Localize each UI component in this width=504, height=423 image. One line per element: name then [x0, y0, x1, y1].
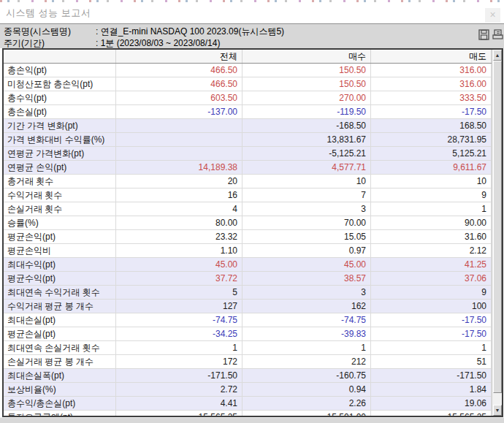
cell-value: 37.06 [371, 272, 492, 285]
cell-value: 168.50 [371, 119, 492, 132]
cell-value: 13,831.67 [243, 133, 371, 146]
table-row: 손실거래 평균 봉 개수17221251 [4, 355, 492, 369]
cell-value: 1 [243, 341, 371, 354]
report-window: 시스템 성능 보고서 × 종목명(시스템명): 연결_E-mini NASDAQ… [0, 0, 504, 423]
scroll-down-icon[interactable]: ▼ [493, 405, 502, 416]
cell-value: 603.50 [116, 91, 243, 104]
row-label: 미청산포함 총손익(pt) [4, 77, 116, 91]
cell-value: 2.26 [243, 397, 371, 410]
cell-value: -171.50 [116, 369, 243, 382]
cell-value: 10 [243, 175, 371, 188]
table-row: 총손익(pt)466.50150.50316.00 [4, 64, 492, 77]
row-label: 총수익/총손실(pt) [4, 397, 116, 410]
row-label: 투자요구금액(pt) [4, 411, 116, 416]
cell-value: 23.32 [116, 230, 243, 243]
cell-value: 90.00 [371, 216, 492, 229]
cell-value: 127 [116, 300, 243, 313]
table-row: 최대수익(pt)45.0045.0041.25 [4, 258, 492, 272]
cell-value: 1 [371, 202, 492, 216]
row-label: 기간 가격 변화(pt) [4, 119, 116, 132]
title-bar: 시스템 성능 보고서 × [0, 2, 504, 23]
report-info-panel: 종목명(시스템명): 연결_E-mini NASDAQ 100 2023.09(… [0, 23, 504, 48]
cell-value: 4 [116, 202, 243, 216]
table-row: 평균손익비1.100.972.12 [4, 244, 492, 258]
cell-value: 0.97 [243, 244, 371, 257]
table-row: 최대연속 수익거래 횟수539 [4, 286, 492, 300]
cell-value: 172 [116, 355, 243, 368]
save-icon[interactable] [478, 29, 489, 40]
cell-value: 15,565.25 [116, 411, 243, 416]
period-value: : 1분 (2023/08/03 ~ 2023/08/14) [96, 38, 220, 48]
cell-value: 4.41 [116, 397, 243, 410]
table-row: 최대연속 손실거래 횟수111 [4, 341, 492, 355]
cell-value: -17.50 [371, 327, 492, 340]
cell-value: -137.00 [116, 105, 243, 118]
table-row: 연평균 가격변화(pt)-5,125.215,125.21 [4, 147, 492, 161]
cell-value: -74.75 [243, 313, 371, 327]
cell-value: 1 [371, 341, 492, 354]
cell-value: 150.50 [243, 64, 371, 77]
row-label: 평균손익(pt) [4, 230, 116, 243]
cell-value: 270.00 [243, 91, 371, 104]
row-label: 평균손실(pt) [4, 327, 116, 340]
scroll-up-icon[interactable]: ▲ [493, 50, 502, 61]
close-icon[interactable]: × [485, 8, 500, 23]
row-label: 총거래 횟수 [4, 175, 116, 188]
cell-value: 7 [243, 188, 371, 202]
cell-value: 80.00 [116, 216, 243, 229]
cell-value: 28,731.95 [371, 133, 492, 146]
row-label: 손실거래 평균 봉 개수 [4, 355, 116, 368]
period-label: 주기(기간) [4, 37, 96, 49]
table-row: 투자요구금액(pt)15,565.2515,501.0015,565.25 [4, 411, 492, 416]
column-header: 매수 [243, 50, 371, 63]
table-row: 수익거래 평균 봉 개수127162100 [4, 300, 492, 313]
cell-value: -119.50 [243, 105, 371, 118]
cell-value: 14,189.38 [116, 161, 243, 174]
table-row: 최대손실폭(pt)-171.50-160.75-171.50 [4, 369, 492, 383]
window-bottom-edge [0, 417, 504, 423]
cell-value [116, 147, 243, 160]
row-label: 총손익(pt) [4, 64, 116, 77]
row-label: 최대손실(pt) [4, 313, 116, 327]
cell-value [116, 119, 243, 132]
row-label: 연평균 손익(pt) [4, 161, 116, 174]
cell-value: 5 [116, 286, 243, 299]
cell-value: 19.06 [371, 397, 492, 410]
header-row: 전체매수매도 [4, 50, 492, 64]
cell-value: -5,125.21 [243, 147, 371, 160]
vertical-scrollbar[interactable]: ▲ ▼ [492, 50, 502, 416]
row-label: 최대연속 손실거래 횟수 [4, 341, 116, 354]
cell-value: 15,501.00 [243, 411, 371, 416]
row-label: 최대연속 수익거래 횟수 [4, 286, 116, 299]
performance-table: 전체매수매도 총손익(pt)466.50150.50316.00미청산포함 총손… [2, 48, 503, 417]
cell-value: 100 [371, 300, 492, 313]
table-row: 수익거래 횟수1679 [4, 188, 492, 202]
grid-body: 전체매수매도 총손익(pt)466.50150.50316.00미청산포함 총손… [4, 50, 492, 416]
cell-value: 466.50 [116, 64, 243, 77]
cell-value: 10 [371, 175, 492, 188]
cell-value [116, 133, 243, 146]
cell-value: 1 [116, 341, 243, 354]
column-header [4, 50, 116, 63]
row-label: 수익거래 횟수 [4, 188, 116, 202]
cell-value: 162 [243, 300, 371, 313]
table-row: 평균수익(pt)37.7238.5737.06 [4, 272, 492, 286]
cell-value: 466.50 [116, 77, 243, 91]
scrollbar-thumb[interactable] [493, 61, 502, 393]
table-row: 보상비율(%)2.720.941.84 [4, 383, 492, 397]
cell-value: 333.50 [371, 91, 492, 104]
table-row: 평균손실(pt)-34.25-39.83-17.50 [4, 327, 492, 341]
table-row: 미청산포함 총손익(pt)466.50150.50316.00 [4, 77, 492, 91]
cell-value: 3 [243, 286, 371, 299]
cell-value: 38.57 [243, 272, 371, 285]
cell-value: 51 [371, 355, 492, 368]
row-label: 가격 변화대비 수익률(%) [4, 133, 116, 146]
table-row: 연평균 손익(pt)14,189.384,577.719,611.67 [4, 161, 492, 175]
cell-value: 1.84 [371, 383, 492, 396]
print-icon[interactable] [492, 29, 503, 40]
window-title: 시스템 성능 보고서 [6, 7, 91, 20]
table-row: 총거래 횟수201010 [4, 175, 492, 188]
grid-rows: 총손익(pt)466.50150.50316.00미청산포함 총손익(pt)46… [4, 64, 492, 416]
table-row: 총수익(pt)603.50270.00333.50 [4, 91, 492, 105]
cell-value: 212 [243, 355, 371, 368]
